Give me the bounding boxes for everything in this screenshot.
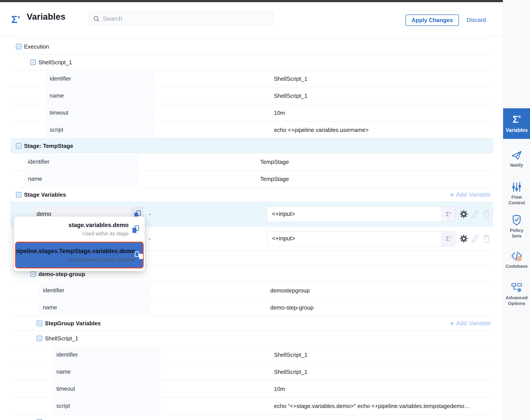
kv-row: name demo-step-group xyxy=(11,299,493,316)
plus-icon: + xyxy=(450,319,454,327)
variable-path: pipeline.stages.TempStage.variables.demo xyxy=(15,248,135,255)
value-text: 10m xyxy=(274,385,285,392)
variables-panel: Σx Variables Apply Changes Discard − Exe… xyxy=(0,0,530,420)
collapse-icon[interactable]: − xyxy=(16,192,21,197)
rail-label: Variables xyxy=(503,127,530,134)
rail-item-flow-control[interactable]: Flow Control xyxy=(503,182,530,206)
rail-label: Flow Control xyxy=(503,194,530,206)
popup-option-stage-scope[interactable]: stage.variables.demo Used within its sta… xyxy=(16,219,143,239)
node-label: demo-step-group xyxy=(39,270,85,277)
search-icon xyxy=(93,15,100,22)
settings-gear-icon[interactable] xyxy=(459,210,468,219)
kv-row: script echo "<+stage.variables.demo>" ec… xyxy=(11,397,493,415)
value-text: <+input> xyxy=(267,235,441,242)
value-text: ShellScript_1 xyxy=(274,368,308,375)
backdrop-edge xyxy=(0,0,503,2)
drawer-header: Σx Variables Apply Changes Discard xyxy=(0,2,503,36)
delete-trash-icon[interactable] xyxy=(482,210,491,219)
node-label: ShellScript_1 xyxy=(39,59,72,66)
add-variable-label: Add Variable xyxy=(456,320,491,327)
rail-item-variables[interactable]: Σx Variables xyxy=(503,108,530,139)
variable-value-input[interactable]: <+input> Σx xyxy=(267,231,456,246)
collapse-icon[interactable]: − xyxy=(30,271,36,277)
value-text: 10m xyxy=(274,109,285,116)
kv-row: script echo <+pipeline.variables.usernam… xyxy=(11,121,493,138)
key-label: identifier xyxy=(39,284,151,298)
copy-icon[interactable] xyxy=(132,225,139,233)
rail-item-advanced-options[interactable]: Advanced Options xyxy=(503,283,530,306)
stage-variables-header[interactable]: − Stage Variables + Add Variable xyxy=(11,187,493,202)
delete-trash-icon[interactable] xyxy=(482,234,491,243)
value-text: demo-step-group xyxy=(270,304,313,311)
collapse-icon[interactable]: − xyxy=(16,44,21,49)
key-label: script xyxy=(46,123,155,137)
node-label: Execution xyxy=(24,43,49,50)
stage-header-row[interactable]: − Stage: TempStage xyxy=(11,138,493,153)
value-text: ShellScript_1 xyxy=(274,75,308,82)
settings-gear-icon[interactable] xyxy=(459,234,468,243)
page-title: Variables xyxy=(27,12,65,22)
variable-type: - xyxy=(149,235,151,242)
add-variable-button[interactable]: + Add Variable xyxy=(450,191,491,199)
key-label: name xyxy=(46,89,155,103)
plus-icon: + xyxy=(450,191,454,199)
search-box[interactable] xyxy=(89,12,273,26)
key-label: script xyxy=(52,399,161,413)
key-label: identifier xyxy=(46,72,155,86)
kv-row: name ShellScript_1 xyxy=(11,87,493,104)
rail-item-policy-sets[interactable]: Policy Sets xyxy=(503,215,530,239)
apply-changes-button[interactable]: Apply Changes xyxy=(405,15,459,26)
sigma-x-icon: Σx xyxy=(503,114,530,125)
value-text: ShellScript_1 xyxy=(274,351,308,358)
value-text: <+input> xyxy=(267,211,441,217)
collapse-icon[interactable]: − xyxy=(16,143,21,149)
value-text: ShellScript_1 xyxy=(274,92,308,99)
value-text: TempStage xyxy=(260,158,289,165)
variable-type: - xyxy=(149,211,151,217)
expression-selector-icon[interactable]: Σx xyxy=(441,231,455,246)
kv-row: timeout 10m xyxy=(11,380,493,397)
rail-label: Advanced Options xyxy=(503,295,530,306)
search-input[interactable] xyxy=(103,15,269,22)
tree-node-shellscript1-nested[interactable]: − ShellScript_1 xyxy=(11,330,493,346)
tree-gear-icon xyxy=(511,283,522,293)
node-label: ShellScript_1 xyxy=(45,335,78,342)
key-label: name xyxy=(52,365,161,379)
tree-node-shellscript1[interactable]: − ShellScript_1 xyxy=(11,55,493,70)
key-label: identifier xyxy=(24,155,139,169)
expression-selector-icon[interactable]: Σx xyxy=(441,207,455,222)
edit-pencil-icon[interactable] xyxy=(471,234,479,243)
rail-item-notify[interactable]: Notify xyxy=(503,150,530,168)
collapse-icon[interactable]: − xyxy=(37,419,42,420)
variable-path: stage.variables.demo xyxy=(68,222,129,229)
variable-scope: Used within its stage xyxy=(68,231,129,237)
tree-node-execution[interactable]: − Execution xyxy=(11,39,493,55)
discard-button[interactable]: Discard xyxy=(467,17,486,23)
collapse-icon[interactable]: − xyxy=(37,336,42,341)
collapse-icon[interactable]: − xyxy=(30,60,36,65)
value-text: TempStage xyxy=(260,175,289,182)
variable-scope: Used anywhere within pipeline xyxy=(15,257,135,263)
right-rail: Σx Variables Notify xyxy=(503,0,530,420)
kv-row: identifier ShellScript_1 xyxy=(11,346,493,363)
stage-title: Stage: TempStage xyxy=(24,142,73,149)
section-label: Stage Variables xyxy=(24,191,66,198)
paper-plane-icon xyxy=(511,150,522,160)
sigma-x-icon: Σx xyxy=(11,14,20,25)
kv-row: name TempStage xyxy=(11,170,493,187)
popup-option-pipeline-scope[interactable]: pipeline.stages.TempStage.variables.demo… xyxy=(16,242,143,268)
key-label: name xyxy=(24,172,139,186)
rail-item-codebase[interactable]: Codebase xyxy=(503,251,530,269)
code-icon xyxy=(511,251,522,261)
edit-pencil-icon[interactable] xyxy=(471,210,479,219)
add-variable-button[interactable]: + Add Variable xyxy=(450,319,491,327)
value-text: echo "<+stage.variables.demo>" echo <+pi… xyxy=(274,403,470,409)
variable-value-input[interactable]: <+input> Σx xyxy=(267,207,456,222)
collapse-icon[interactable]: − xyxy=(37,320,42,326)
section-label: StepGroup Variables xyxy=(45,320,101,327)
rail-label: Notify xyxy=(503,162,530,168)
clipped-row: − xyxy=(11,417,493,420)
rail-label: Codebase xyxy=(503,263,530,269)
key-label: identifier xyxy=(52,348,161,362)
stepgroup-variables-header[interactable]: − StepGroup Variables + Add Variable xyxy=(11,316,493,330)
